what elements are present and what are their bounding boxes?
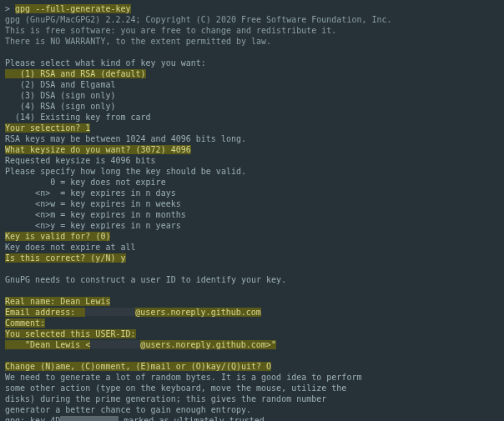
select-kind: Please select what kind of key you want: [5, 58, 499, 68]
redacted-email-user [85, 308, 135, 316]
is-correct-value: y [120, 253, 125, 263]
redacted-key-id [60, 416, 118, 421]
valid-option-0: 0 = key does not expire [5, 177, 499, 188]
redacted-uid-email [90, 340, 140, 348]
change-label: Change (N)ame, (C)omment, (E)mail or (O)… [5, 362, 266, 371]
intro-line-3: There is NO WARRANTY, to the extent perm… [5, 36, 499, 47]
real-name-value: Dean Lewis [60, 297, 110, 306]
requested-keysize: Requested keysize is 4096 bits [5, 155, 499, 166]
kind-option-1: (1) RSA and RSA (default) [5, 68, 499, 79]
random-bytes-2: some other action (type on the keyboard,… [5, 383, 499, 393]
key-valid-label: Key is valid for? [5, 232, 95, 241]
blank [5, 47, 499, 58]
your-selection-label: Your selection? [5, 123, 85, 133]
key-valid-value: (0) [95, 232, 110, 241]
valid-question: Please specify how long the key should b… [5, 166, 499, 177]
your-selection-value: 1 [85, 123, 90, 133]
real-name-label: Real name: [5, 297, 60, 306]
trusted-line: gpg: key 4D marked as ultimately trusted [5, 415, 499, 421]
is-correct-label: Is this correct? (y/N) [5, 253, 120, 263]
rsa-range-note: RSA keys may be between 1024 and 4096 bi… [5, 133, 499, 144]
intro-line-2: This is free software: you are free to c… [5, 25, 499, 36]
blank [5, 285, 499, 296]
change-prompt: Change (N)ame, (C)omment, (E)mail or (O)… [5, 361, 499, 372]
kind-option-3: (3) DSA (sign only) [5, 90, 499, 101]
selected-userid: You selected this USER-ID: [5, 328, 499, 339]
terminal: > gpg --full-generate-key gpg (GnuPG/Mac… [0, 0, 504, 421]
change-value: O [266, 362, 271, 371]
intro-line-1: gpg (GnuPG/MacGPG2) 2.2.24; Copyright (C… [5, 14, 499, 25]
blank [5, 263, 499, 274]
valid-option-years: <n>y = key expires in n years [5, 220, 499, 231]
kind-option-4: (4) RSA (sign only) [5, 101, 499, 112]
email-line: Email address: @users.noreply.github.com [5, 307, 499, 318]
userid-line: "Dean Lewis <@users.noreply.github.com>" [5, 339, 499, 350]
kind-option-14: (14) Existing key from card [5, 112, 499, 123]
keysize-prompt: What keysize do you want? (3072) 4096 [5, 144, 499, 155]
kind-option-2: (2) DSA and Elgamal [5, 79, 499, 90]
command: gpg --full-generate-key [15, 4, 130, 13]
keysize-value: 4096 [171, 145, 191, 154]
real-name-line: Real name: Dean Lewis [5, 296, 499, 307]
keysize-label: What keysize do you want? (3072) [5, 145, 171, 154]
random-bytes-1: We need to generate a lot of random byte… [5, 372, 499, 383]
prompt-line: > gpg --full-generate-key [5, 3, 499, 14]
comment-label: Comment: [5, 318, 45, 328]
no-expire: Key does not expire at all [5, 242, 499, 253]
email-label: Email address: [5, 308, 85, 317]
uid-suffix: @users.noreply.github.com>" [140, 340, 276, 349]
comment-line: Comment: [5, 318, 499, 328]
uid-name: "Dean Lewis < [5, 340, 90, 349]
key-valid-for: Key is valid for? (0) [5, 231, 499, 242]
your-selection: Your selection? 1 [5, 123, 499, 133]
email-suffix: @users.noreply.github.com [135, 308, 261, 317]
valid-option-days: <n> = key expires in n days [5, 188, 499, 198]
random-bytes-3: disks) during the prime generation; this… [5, 393, 499, 404]
random-bytes-4: generator a better chance to gain enough… [5, 404, 499, 415]
valid-option-weeks: <n>w = key expires in n weeks [5, 198, 499, 209]
is-correct: Is this correct? (y/N) y [5, 253, 499, 263]
prompt: > [5, 4, 15, 13]
blank [5, 350, 499, 361]
valid-option-months: <n>m = key expires in n months [5, 209, 499, 220]
need-userid: GnuPG needs to construct a user ID to id… [5, 274, 499, 285]
